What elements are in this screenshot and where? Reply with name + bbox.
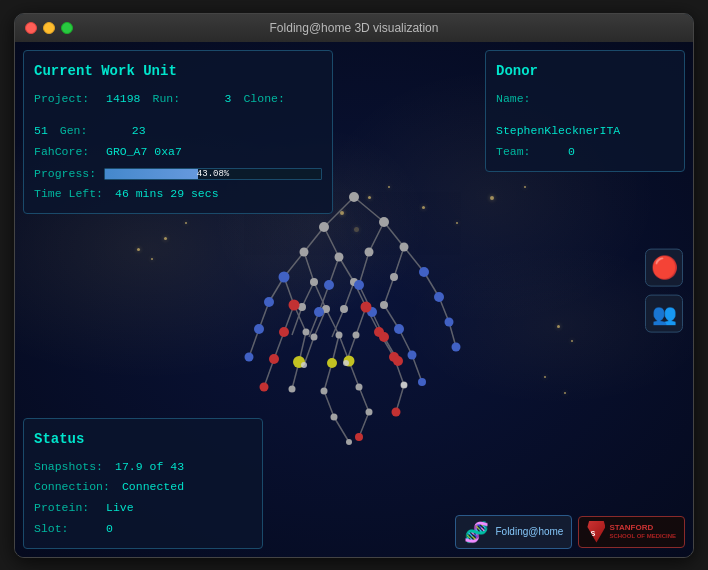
svg-line-5 (369, 222, 384, 252)
svg-point-93 (445, 318, 454, 327)
svg-point-58 (349, 192, 359, 202)
svg-point-102 (379, 332, 389, 342)
timeleft-row: Time Left: 46 mins 29 secs (34, 184, 322, 205)
folding-icon: 🧬 (464, 520, 489, 544)
close-button[interactable] (25, 22, 37, 34)
donor-panel: Donor Name: StephenKlecknerITA Team: 0 (485, 50, 685, 172)
folding-label: Folding@home (495, 526, 563, 537)
svg-point-80 (331, 414, 338, 421)
timeleft-label: Time Left: (34, 184, 103, 205)
svg-line-1 (354, 197, 384, 222)
svg-point-90 (434, 292, 444, 302)
svg-point-75 (353, 332, 360, 339)
svg-point-61 (300, 248, 309, 257)
svg-point-88 (314, 307, 324, 317)
traffic-lights (25, 22, 73, 34)
svg-line-15 (302, 282, 314, 307)
run-value: 3 (225, 89, 232, 110)
donor-team-row: Team: 0 (496, 142, 674, 163)
svg-point-107 (392, 408, 401, 417)
donor-name-value: StephenKlecknerITA (496, 121, 620, 142)
svg-point-111 (327, 358, 337, 368)
progress-bar: 43.08% (104, 168, 322, 180)
protein-value: Live (106, 498, 134, 519)
svg-point-87 (264, 297, 274, 307)
svg-point-74 (336, 332, 343, 339)
progress-row: Progress: 43.08% (34, 164, 322, 185)
maximize-button[interactable] (61, 22, 73, 34)
status-panel: Status Snapshots: 17.9 of 43 Connection:… (23, 418, 263, 549)
bottom-logos: 🧬 Folding@home S STANFORD SCHOOL OF MEDI… (455, 515, 685, 549)
svg-point-82 (346, 439, 352, 445)
svg-line-54 (359, 387, 369, 412)
svg-point-83 (279, 272, 290, 283)
main-content: Current Work Unit Project: 14198 Run: 3 … (15, 42, 693, 557)
donor-name-label: Name: (496, 89, 556, 110)
donor-team-value: 0 (568, 142, 575, 163)
svg-point-65 (310, 278, 318, 286)
svg-point-106 (260, 383, 269, 392)
svg-point-85 (354, 280, 364, 290)
svg-point-103 (269, 354, 279, 364)
progress-text: 43.08% (197, 166, 229, 182)
donor-name-row: Name: StephenKlecknerITA (496, 89, 674, 142)
progress-bar-fill (105, 169, 198, 179)
lifebuoy-icon: 🔴 (651, 254, 678, 281)
svg-point-98 (289, 300, 300, 311)
svg-point-91 (254, 324, 264, 334)
svg-point-86 (419, 267, 429, 277)
svg-point-60 (379, 217, 389, 227)
svg-point-67 (390, 273, 398, 281)
run-label: Run: (153, 89, 213, 110)
svg-point-105 (393, 356, 403, 366)
lifebuoy-button[interactable]: 🔴 (645, 249, 683, 287)
stanford-badge[interactable]: S STANFORD SCHOOL OF MEDICINE (578, 516, 685, 548)
svg-line-7 (304, 252, 314, 282)
current-work-unit-panel: Current Work Unit Project: 14198 Run: 3 … (23, 50, 333, 215)
side-icons-container: 🔴 👥 (645, 249, 683, 333)
clone-label: Clone: (243, 89, 303, 110)
svg-point-63 (365, 248, 374, 257)
svg-point-84 (324, 280, 334, 290)
fahcore-value: GRO_A7 0xa7 (106, 142, 182, 163)
svg-point-113 (301, 362, 307, 368)
svg-point-108 (355, 433, 363, 441)
project-value: 14198 (106, 89, 141, 110)
fahcore-label: FahCore: (34, 142, 94, 163)
svg-line-39 (304, 337, 314, 365)
stanford-shield-icon: S (587, 521, 605, 543)
svg-point-70 (340, 305, 348, 313)
window-title: Folding@home 3D visualization (270, 21, 439, 35)
snapshots-value: 17.9 of 43 (115, 457, 184, 478)
svg-line-21 (384, 277, 394, 305)
donor-title: Donor (496, 59, 674, 84)
svg-point-81 (366, 409, 373, 416)
titlebar: Folding@home 3D visualization (15, 14, 693, 42)
stanford-subtitle: SCHOOL OF MEDICINE (609, 533, 676, 540)
svg-point-99 (361, 302, 372, 313)
svg-point-73 (311, 334, 318, 341)
slot-value: 0 (106, 519, 113, 540)
svg-point-72 (303, 329, 310, 336)
svg-point-77 (321, 388, 328, 395)
users-button[interactable]: 👥 (645, 295, 683, 333)
minimize-button[interactable] (43, 22, 55, 34)
donor-team-label: Team: (496, 142, 556, 163)
protein-label: Protein: (34, 498, 94, 519)
svg-point-76 (289, 386, 296, 393)
snapshots-row: Snapshots: 17.9 of 43 (34, 457, 252, 478)
connection-row: Connection: Connected (34, 477, 252, 498)
gen-value: 23 (132, 121, 146, 142)
snapshots-label: Snapshots: (34, 457, 103, 478)
slot-row: Slot: 0 (34, 519, 252, 540)
folding-badge[interactable]: 🧬 Folding@home (455, 515, 572, 549)
svg-line-28 (326, 309, 339, 335)
stanford-text-block: STANFORD SCHOOL OF MEDICINE (609, 523, 676, 540)
svg-point-100 (279, 327, 289, 337)
svg-line-12 (359, 252, 369, 285)
svg-point-64 (400, 243, 409, 252)
svg-line-56 (334, 417, 349, 442)
svg-point-97 (418, 378, 426, 386)
svg-point-96 (452, 343, 461, 352)
svg-point-94 (245, 353, 254, 362)
